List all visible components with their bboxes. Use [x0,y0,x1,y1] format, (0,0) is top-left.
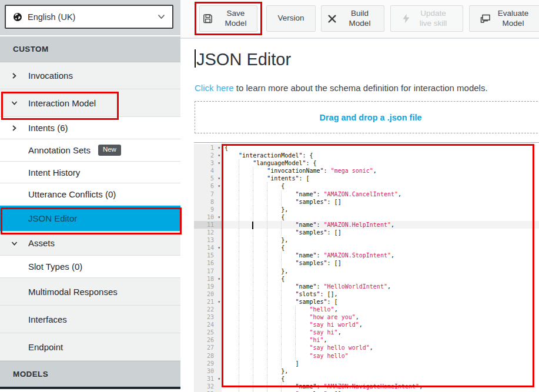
sidebar-item-label: Utterance Conflicts (0) [28,189,116,199]
code-line[interactable]: "languageModel": { [225,159,539,167]
gutter-line-number[interactable]: 13 [194,236,222,244]
fold-arrow-icon[interactable]: ▾ [217,375,220,383]
code-line[interactable]: "samples": [] [225,198,539,206]
sidebar-item-intent-history[interactable]: Intent History [0,162,180,183]
sidebar-item-endpoint[interactable]: Endpoint [0,333,180,361]
sidebar-item-intents[interactable]: Intents (6) [0,117,180,139]
gutter-line-number[interactable]: 4 [194,167,222,175]
code-line[interactable]: { [225,213,539,221]
fold-arrow-icon[interactable]: ▾ [217,182,220,190]
gutter-line-number[interactable]: 6▾ [194,182,222,190]
evaluate-model-button[interactable]: Evaluate Model [469,5,539,32]
sidebar-item-annotation-sets[interactable]: Annotation Sets New [0,139,180,162]
code-line[interactable]: }, [225,236,539,244]
code-line[interactable]: "name": "HelloWorldIntent", [225,283,539,290]
code-line[interactable]: { [225,182,539,190]
sidebar-item-interfaces[interactable]: Interfaces [0,306,180,333]
sidebar-item-label: Invocations [28,71,73,81]
editor-gutter[interactable]: 1▾2▾3▾45▾6▾78910▾11121314▾15161718▾19202… [194,144,222,392]
gutter-line-number[interactable]: 11 [194,221,222,229]
code-line[interactable]: "name": "AMAZON.HelpIntent", [225,221,539,229]
code-line[interactable]: "say hi", [225,329,539,336]
code-line[interactable]: "invocationName": "mega sonic", [225,167,539,175]
chevron-right-icon [11,125,17,131]
build-model-button[interactable]: Build Model [321,5,384,32]
gutter-line-number[interactable]: 2▾ [194,152,222,159]
sidebar-item-interaction-model[interactable]: Interaction Model [0,89,180,117]
gutter-line-number[interactable]: 5▾ [194,175,222,182]
code-line[interactable]: "say hi world", [225,321,539,329]
fold-arrow-icon[interactable]: ▾ [217,298,220,306]
gutter-line-number[interactable]: 8 [194,198,222,206]
gutter-line-number[interactable]: 14▾ [194,244,222,252]
version-button[interactable]: Version [266,5,316,32]
code-line[interactable]: "samples": [] [225,229,539,236]
code-line[interactable]: }, [225,267,539,275]
gutter-line-number[interactable]: 15 [194,252,222,259]
sidebar-item-slot-types[interactable]: Slot Types (0) [0,256,180,278]
gutter-line-number[interactable]: 29 [194,360,222,367]
gutter-line-number[interactable]: 31▾ [194,375,222,383]
gutter-line-number[interactable]: 32 [194,383,222,390]
gutter-line-number[interactable]: 24 [194,321,222,329]
gutter-line-number[interactable]: 3▾ [194,159,222,167]
code-line[interactable]: "name": "AMAZON.CancelIntent", [225,190,539,198]
click-here-link[interactable]: Click here [195,83,234,93]
sidebar-item-json-editor[interactable]: JSON Editor [0,206,180,231]
gutter-line-number[interactable]: 10▾ [194,213,222,221]
gutter-line-number[interactable]: 20 [194,290,222,298]
json-dropzone[interactable]: Drag and drop a .json file [195,101,539,133]
fold-arrow-icon[interactable]: ▾ [217,152,220,159]
code-line[interactable]: ] [225,360,539,367]
code-line[interactable]: }, [225,367,539,375]
gutter-line-number[interactable]: 21▾ [194,298,222,306]
code-line[interactable]: "say hello world", [225,344,539,351]
save-model-button[interactable]: Save Model [199,5,257,32]
gutter-line-number[interactable]: 17 [194,267,222,275]
fold-arrow-icon[interactable]: ▾ [217,159,220,167]
gutter-line-number[interactable]: 16 [194,259,222,267]
code-line[interactable]: { [225,275,539,283]
code-line[interactable]: "how are you", [225,313,539,321]
code-line[interactable]: }, [225,206,539,213]
fold-arrow-icon[interactable]: ▾ [217,244,220,252]
fold-arrow-icon[interactable]: ▾ [217,175,220,182]
gutter-line-number[interactable]: 28 [194,352,222,360]
gutter-line-number[interactable]: 23 [194,313,222,321]
gutter-line-number[interactable]: 26 [194,336,222,344]
update-live-skill-button[interactable]: Update live skill [390,5,463,32]
code-line[interactable]: "hello", [225,306,539,313]
gutter-line-number[interactable]: 19 [194,283,222,290]
gutter-line-number[interactable]: 25 [194,329,222,336]
gutter-line-number[interactable]: 22 [194,306,222,313]
gutter-line-number[interactable]: 27 [194,344,222,351]
code-line[interactable]: { [225,244,539,252]
code-line[interactable]: "intents": [ [225,175,539,182]
code-line[interactable]: "slots": [], [225,290,539,298]
gutter-line-number[interactable]: 30 [194,367,222,375]
code-line[interactable]: { [225,375,539,383]
gutter-line-number[interactable]: 9 [194,206,222,213]
fold-arrow-icon[interactable]: ▾ [217,144,220,152]
sidebar-item-assets[interactable]: Assets [0,231,180,256]
gutter-line-number[interactable]: 18▾ [194,275,222,283]
fold-arrow-icon[interactable]: ▾ [217,275,220,283]
sidebar-item-multimodal-responses[interactable]: Multimodal Responses [0,278,180,306]
code-line[interactable]: "samples": [ [225,298,539,306]
editor-code[interactable]: {"interactionModel": {"languageModel": {… [222,144,539,392]
code-line[interactable]: "samples": [] [225,259,539,267]
code-line[interactable]: "name": "AMAZON.NavigateHomeIntent", [225,383,539,390]
sidebar-item-invocations[interactable]: Invocations [0,62,180,89]
code-line[interactable]: "hi", [225,336,539,344]
code-line[interactable]: "name": "AMAZON.StopIntent", [225,252,539,259]
json-code-editor[interactable]: 1▾2▾3▾45▾6▾78910▾11121314▾15161718▾19202… [194,142,539,392]
code-line[interactable]: { [225,144,539,152]
code-line[interactable]: "say hello" [225,352,539,360]
gutter-line-number[interactable]: 12 [194,229,222,236]
sidebar-item-utterance-conflicts[interactable]: Utterance Conflicts (0) [0,183,180,206]
fold-arrow-icon[interactable]: ▾ [217,213,220,221]
language-selector[interactable]: English (UK) [5,5,173,29]
code-line[interactable]: "interactionModel": { [225,152,539,159]
gutter-line-number[interactable]: 7 [194,190,222,198]
gutter-line-number[interactable]: 1▾ [194,144,222,152]
